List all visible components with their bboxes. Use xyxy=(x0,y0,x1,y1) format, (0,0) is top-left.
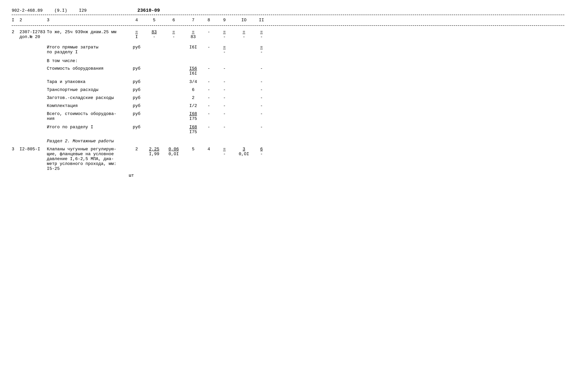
itogo-col4: руб xyxy=(129,45,144,50)
doc-number: 902-2-468.89 xyxy=(12,8,43,13)
vsego-col7: I68 I75 xyxy=(183,112,203,121)
transport-row: Транспортные расходы руб 6 - - - xyxy=(12,87,564,93)
row2-col2-line2: доп.№ 20 xyxy=(20,34,47,39)
komplekt-unit: руб xyxy=(129,103,144,108)
tara-unit: руб xyxy=(129,79,144,84)
col-header-6: 6 xyxy=(164,18,183,23)
vtom-label: В том числе: xyxy=(47,59,129,63)
cost-equipment-unit: руб xyxy=(129,66,144,71)
row2-col3: То же, 25ч 939нж диам.25 мм xyxy=(47,30,129,34)
col-header-10: IO xyxy=(234,18,254,23)
itogo-col3: Итого прямые затраты по разделу I xyxy=(47,45,129,55)
row2-col4-den: I xyxy=(135,34,138,39)
zagotov-unit: руб xyxy=(129,95,144,100)
top-dashed-rule xyxy=(12,15,564,15)
row2-col4-num: = xyxy=(135,30,138,34)
row2-col4: = I xyxy=(129,30,144,39)
column-headers: I 2 3 4 5 6 7 8 9 IO II xyxy=(12,16,564,24)
cost-equipment-label: Стоимость оборудования xyxy=(47,66,129,71)
itogo-col7: I6I xyxy=(183,45,203,50)
row2-col9-den: - xyxy=(223,34,226,39)
cost-equipment-col7: I56 I6I xyxy=(183,66,203,76)
row2-col6-den: - xyxy=(172,34,175,39)
row2-col9: = - xyxy=(215,30,234,39)
row2-col11-den: - xyxy=(260,34,263,39)
row2-col1: 2 xyxy=(12,30,20,34)
row3-col7: 5 xyxy=(183,147,203,152)
stamp-number: 23610-09 xyxy=(137,8,160,13)
row3-col4: 2 xyxy=(129,147,144,152)
row2-col10-num: = xyxy=(243,30,245,34)
col-header-9: 9 xyxy=(215,18,234,23)
row-3: 3 I2-805-I Клапаны чугунные регулирую- щ… xyxy=(12,146,564,172)
col-header-7: 7 xyxy=(183,18,203,23)
col-header-2: 2 xyxy=(20,18,47,23)
itogo-col9: = - xyxy=(215,45,234,55)
vsego-label: Всего, стоимость оборудова- ния xyxy=(47,112,129,121)
row2-col5: 83 - xyxy=(144,30,164,39)
row3-col8: 4 xyxy=(203,147,215,152)
row3-col2: I2-805-I xyxy=(20,147,47,152)
header-dashed-rule xyxy=(12,25,564,26)
row2-col7-den: 83 xyxy=(191,34,196,39)
row2-col11: = - xyxy=(254,30,269,39)
itogo-label1: Итого прямые затраты xyxy=(47,45,129,50)
tara-row: Тара и упаковка руб 3/4 - - - xyxy=(12,79,564,85)
row2-col5-num: 83 xyxy=(152,30,157,34)
itogo-razd1-unit: руб xyxy=(129,125,144,130)
vsego-unit: руб xyxy=(129,112,144,116)
cost-equipment-row: Стоимость оборудования руб I56 I6I - - - xyxy=(12,65,564,77)
row2-col5-den: - xyxy=(153,34,155,39)
row2-col6: = - xyxy=(164,30,183,39)
row2-col9-num: = xyxy=(223,30,226,34)
col-header-3: 3 xyxy=(47,18,129,23)
header-parens: (9.I) xyxy=(54,8,67,13)
row3-unit: шт xyxy=(129,173,134,178)
vsego-row: Всего, стоимость оборудова- ния руб I68 … xyxy=(12,111,564,122)
komplekt-row: Комплектация руб I/2 - - - xyxy=(12,103,564,109)
itogo-razd1-row: Итого по разделу I руб I68 I75 - - - xyxy=(12,124,564,135)
row3-col9: = - xyxy=(215,147,234,156)
zagotov-row: Заготов.-складские расходы руб 2 - - - xyxy=(12,95,564,101)
razdel2-header-row: Раздел 2. Монтажные работы xyxy=(12,138,564,145)
row2-col10-den: - xyxy=(243,34,245,39)
komplekt-col7: I/2 xyxy=(183,103,203,108)
page-number: I29 xyxy=(79,8,87,13)
itogo-row: Итого прямые затраты по разделу I руб I6… xyxy=(12,44,564,56)
tara-label: Тара и упаковка xyxy=(47,79,129,84)
row2-col2: 2307-I2783 доп.№ 20 xyxy=(20,30,47,39)
itogo-razd1-label: Итого по разделу I xyxy=(47,125,129,130)
row2-col8: - xyxy=(203,30,215,34)
row2-col11-num: = xyxy=(260,30,263,34)
row2-col7: = 83 xyxy=(183,30,203,39)
row2-col6-num: = xyxy=(172,30,175,34)
row-2: 2 2307-I2783 доп.№ 20 То же, 25ч 939нж д… xyxy=(12,29,564,40)
transport-unit: руб xyxy=(129,88,144,92)
row3-col3: Клапаны чугунные регулирую- щие, фланцев… xyxy=(47,147,129,171)
header: 902-2-468.89 (9.I) I29 23610-09 xyxy=(12,8,564,13)
zagotov-col7: 2 xyxy=(183,95,203,100)
row2-col7-num: = xyxy=(192,30,194,34)
razdel2-label: Раздел 2. Монтажные работы xyxy=(47,139,129,144)
col-header-5: 5 xyxy=(144,18,164,23)
row3-col1: 3 xyxy=(12,147,20,152)
col-header-4: 4 xyxy=(129,18,144,23)
row3-col6: 0,06 0,OI xyxy=(164,147,183,156)
col-header-11: II xyxy=(254,18,269,23)
row3-unit-row: шт xyxy=(12,172,564,179)
col-header-8: 8 xyxy=(203,18,215,23)
itogo-razd1-col7: I68 I75 xyxy=(183,125,203,134)
itogo-col8: - xyxy=(203,45,215,50)
col-header-1: I xyxy=(12,18,20,23)
row3-col5: 2,25 I,99 xyxy=(144,147,164,156)
komplekt-label: Комплектация xyxy=(47,103,129,108)
row3-col10: 3 0,OI xyxy=(234,147,254,156)
row2-col2-line1: 2307-I2783 xyxy=(20,30,47,34)
zagotov-label: Заготов.-складские расходы xyxy=(47,95,129,100)
itogo-col11: = - xyxy=(254,45,269,55)
itogo-label2: по разделу I xyxy=(47,50,129,55)
tara-col7: 3/4 xyxy=(183,79,203,84)
vtom-row: В том числе: xyxy=(12,58,564,64)
transport-label: Транспортные расходы xyxy=(47,88,129,92)
row2-col10: = - xyxy=(234,30,254,39)
